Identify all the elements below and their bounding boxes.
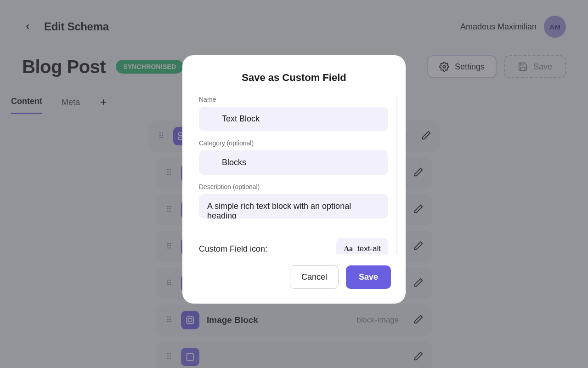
category-input[interactable] [199, 150, 388, 175]
icon-picker[interactable]: Aa text-alt [336, 238, 388, 254]
modal-overlay: Save as Custom Field Name Category (opti… [0, 0, 588, 368]
description-input[interactable] [199, 194, 388, 218]
description-label: Description (optional) [199, 183, 388, 190]
save-button[interactable]: Save [346, 265, 391, 289]
icon-name: text-alt [357, 244, 381, 253]
name-label: Name [199, 96, 388, 103]
icon-label: Custom Field icon: [199, 244, 267, 254]
cancel-button[interactable]: Cancel [290, 265, 339, 289]
category-label: Category (optional) [199, 139, 388, 147]
save-custom-field-modal: Save as Custom Field Name Category (opti… [182, 55, 406, 304]
text-alt-icon: Aa [344, 245, 353, 253]
modal-title: Save as Custom Field [189, 72, 399, 84]
name-input[interactable] [199, 107, 388, 131]
